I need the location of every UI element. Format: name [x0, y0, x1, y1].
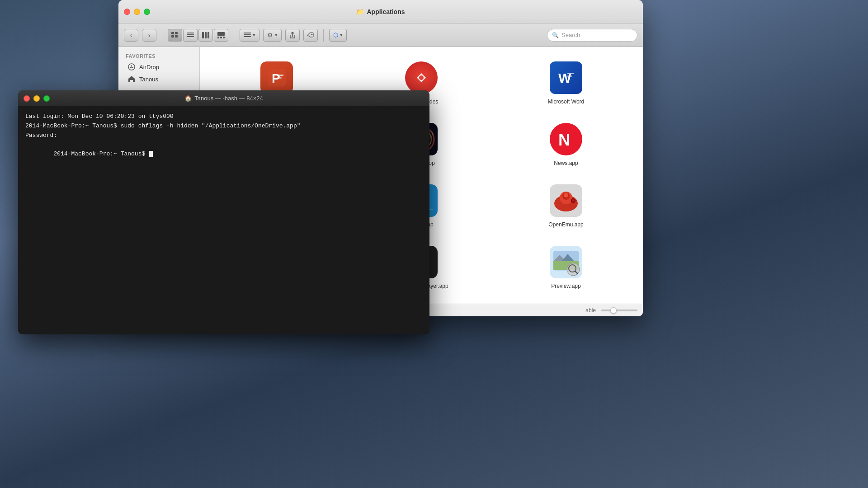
terminal-title: 🏠 Tanous — -bash — 84×24: [184, 95, 263, 102]
share-button[interactable]: [285, 29, 300, 42]
powerpoint-icon: P: [260, 61, 293, 94]
zoom-slider[interactable]: [601, 310, 637, 311]
svg-rect-11: [217, 37, 219, 38]
airdrop-icon: [127, 63, 136, 71]
word-icon-wrapper: W: [548, 60, 584, 96]
finder-title: 📁 Applications: [356, 8, 405, 15]
icon-view-button[interactable]: [168, 29, 182, 42]
sidebar-airdrop-label: AirDrop: [139, 64, 159, 70]
desktop: 📁 Applications ‹ ›: [0, 0, 868, 488]
status-text: able: [585, 307, 596, 314]
openemu-label: OpenEmu.app: [548, 221, 583, 228]
terminal-minimize-button[interactable]: [33, 95, 40, 102]
search-box[interactable]: 🔍 Search: [547, 29, 637, 42]
svg-point-50: [572, 199, 575, 202]
svg-text:W: W: [558, 70, 571, 85]
terminal-body[interactable]: Last login: Mon Dec 10 06:20:23 on ttys0…: [18, 107, 429, 334]
svg-rect-7: [202, 32, 204, 38]
terminal-line-1: Last login: Mon Dec 10 06:20:23 on ttys0…: [25, 112, 422, 122]
close-button[interactable]: [124, 9, 130, 15]
svg-rect-9: [208, 32, 209, 38]
terminal-home-icon: 🏠: [184, 95, 192, 102]
app-openemu[interactable]: OpenEmu.app: [498, 179, 634, 231]
terminal-close-button[interactable]: [24, 95, 30, 102]
dropbox-button[interactable]: ⬡ ▾: [329, 29, 347, 42]
slider-thumb[interactable]: [610, 307, 617, 314]
terminal-line-2: 2014-MacBook-Pro:~ Tanous$ sudo chflags …: [25, 122, 422, 131]
svg-point-17: [311, 33, 313, 35]
news-icon-wrapper: N: [548, 121, 584, 157]
toolbar-divider: [162, 29, 162, 42]
view-buttons: [168, 29, 228, 42]
news-label: News.app: [554, 160, 578, 166]
openemu-icon: [550, 184, 582, 217]
word-label: Microsoft Word: [548, 99, 584, 105]
back-button[interactable]: ‹: [124, 29, 138, 42]
finder-toolbar: ‹ ›: [118, 23, 643, 47]
terminal-line-3: Password:: [25, 131, 422, 141]
news-icon: N: [550, 123, 582, 155]
toolbar-divider-3: [323, 29, 324, 42]
tag-button[interactable]: [303, 29, 318, 42]
svg-rect-15: [244, 34, 251, 35]
svg-rect-8: [205, 32, 207, 38]
toolbar-divider-2: [234, 29, 234, 42]
svg-rect-10: [217, 32, 225, 36]
svg-text:N: N: [558, 131, 570, 149]
list-view-button[interactable]: [183, 29, 198, 42]
svg-point-19: [131, 66, 132, 67]
google-slides-icon: [405, 61, 438, 94]
tanous-icon: [127, 75, 136, 83]
svg-rect-12: [220, 37, 222, 38]
sidebar-tanous-label: Tanous: [139, 76, 158, 83]
sidebar-section-favorites: Favorites: [118, 52, 199, 61]
svg-point-24: [419, 75, 424, 80]
svg-rect-4: [187, 33, 194, 33]
sidebar-item-airdrop[interactable]: AirDrop: [120, 61, 198, 73]
terminal-title-text: Tanous — -bash — 84×24: [194, 95, 263, 102]
search-icon: 🔍: [552, 32, 559, 38]
preview-icon: [550, 246, 582, 278]
sidebar-item-tanous[interactable]: Tanous: [120, 73, 198, 85]
svg-rect-26: [567, 73, 574, 74]
sort-button[interactable]: ▾: [240, 29, 259, 42]
terminal-line-4: 2014-MacBook-Pro:~ Tanous$: [25, 140, 422, 168]
column-view-button[interactable]: [198, 29, 213, 42]
svg-rect-16: [244, 36, 251, 37]
svg-rect-13: [223, 37, 225, 38]
app-preview[interactable]: Preview.app: [498, 240, 634, 293]
svg-rect-14: [244, 33, 251, 33]
svg-rect-0: [171, 32, 174, 34]
terminal-cursor: [149, 151, 153, 157]
slider-track: [601, 310, 637, 311]
terminal-maximize-button[interactable]: [43, 95, 50, 102]
terminal-window-controls: [24, 95, 50, 102]
maximize-button[interactable]: [144, 9, 150, 15]
svg-rect-3: [175, 35, 178, 38]
svg-point-48: [564, 193, 568, 197]
svg-rect-1: [175, 32, 178, 34]
svg-rect-6: [187, 36, 194, 37]
app-news[interactable]: N News.app: [498, 117, 634, 170]
app-word[interactable]: W Microsoft Word: [498, 56, 634, 108]
svg-rect-23: [277, 77, 282, 79]
svg-rect-27: [567, 75, 572, 77]
search-placeholder: Search: [561, 32, 632, 38]
gear-button[interactable]: ⚙ ▾: [263, 29, 282, 42]
forward-button[interactable]: ›: [142, 29, 156, 42]
window-controls: [124, 9, 150, 15]
folder-icon: 📁: [356, 8, 364, 15]
svg-rect-2: [171, 35, 174, 38]
svg-rect-22: [277, 75, 283, 76]
finder-title-text: Applications: [367, 8, 405, 15]
preview-label: Preview.app: [551, 283, 580, 289]
terminal-window: 🏠 Tanous — -bash — 84×24 Last login: Mon…: [18, 90, 429, 334]
word-icon: W: [550, 61, 582, 94]
gallery-view-button[interactable]: [214, 29, 228, 42]
minimize-button[interactable]: [134, 9, 140, 15]
terminal-titlebar: 🏠 Tanous — -bash — 84×24: [18, 90, 429, 107]
preview-icon-wrapper: [548, 244, 584, 280]
openemu-icon-wrapper: [548, 183, 584, 219]
finder-titlebar: 📁 Applications: [118, 0, 643, 23]
svg-rect-5: [187, 34, 194, 35]
